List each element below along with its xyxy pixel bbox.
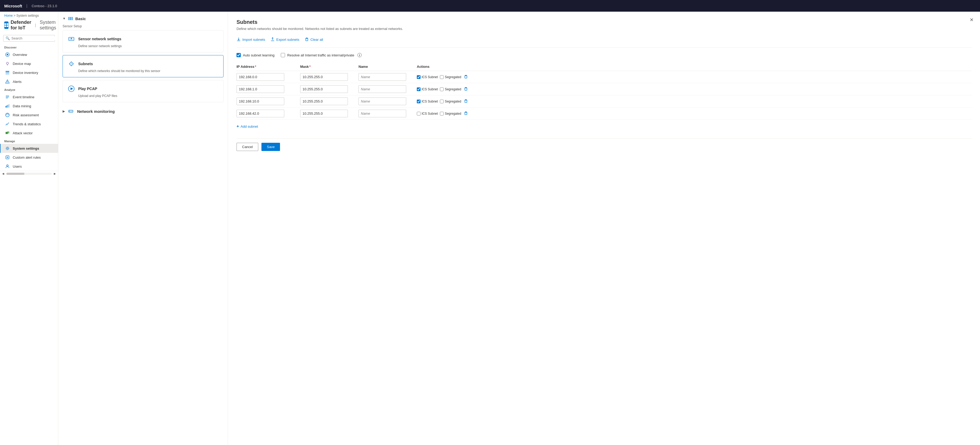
basic-section-header[interactable]: ▼ Basic xyxy=(62,16,224,21)
sidebar-label-device-map: Device map xyxy=(13,62,31,66)
svg-rect-9 xyxy=(6,72,9,73)
save-button[interactable]: Save xyxy=(261,143,280,151)
svg-rect-3 xyxy=(6,25,8,27)
sidebar-label-event-timeline: Event timeline xyxy=(13,95,35,99)
export-subnets-label: Export subnets xyxy=(276,38,299,41)
export-subnets-button[interactable]: Export subnets xyxy=(270,36,299,43)
auto-subnet-learning-checkbox[interactable] xyxy=(237,53,241,57)
sidebar-item-system-settings[interactable]: System settings xyxy=(0,144,58,153)
svg-point-20 xyxy=(6,113,9,117)
search-input[interactable] xyxy=(11,36,56,40)
sidebar-item-device-map[interactable]: Device map xyxy=(0,59,58,68)
ics-subnet-checkbox-1[interactable] xyxy=(417,87,420,91)
clear-all-button[interactable]: Clear all xyxy=(305,36,323,43)
subnets-icon xyxy=(67,60,76,68)
sidebar-label-attack-vector: Attack vector xyxy=(13,131,33,135)
cancel-button[interactable]: Cancel xyxy=(237,143,258,151)
delete-button-2[interactable] xyxy=(463,98,469,105)
auto-subnet-learning-label[interactable]: Auto subnet learning xyxy=(237,53,274,57)
sensor-network-card[interactable]: Sensor network settings Define sensor ne… xyxy=(62,30,224,52)
ics-subnet-label-3[interactable]: ICS Subnet xyxy=(417,112,438,116)
mask-input-1[interactable] xyxy=(300,85,348,93)
resolve-internet-info-icon[interactable]: ℹ xyxy=(358,53,362,57)
subnets-card[interactable]: Subnets Define which networks should be … xyxy=(62,55,224,78)
ip-input-3[interactable] xyxy=(237,110,284,117)
panel-description: Define which networks should be monitore… xyxy=(237,27,972,31)
add-subnet-plus-icon: + xyxy=(237,124,239,129)
name-input-2[interactable] xyxy=(358,98,406,105)
name-input-3[interactable] xyxy=(358,110,406,117)
segregated-checkbox-0[interactable] xyxy=(440,75,444,79)
sidebar-item-attack-vector[interactable]: Attack vector xyxy=(0,128,58,138)
scroll-right-arrow[interactable]: ▶ xyxy=(54,172,56,175)
sidebar-item-users[interactable]: Users xyxy=(0,162,58,171)
sidebar-item-event-timeline[interactable]: Event timeline xyxy=(0,92,58,101)
ics-subnet-checkbox-0[interactable] xyxy=(417,75,420,79)
mask-input-0[interactable] xyxy=(300,73,348,81)
ip-cell-1 xyxy=(237,85,300,93)
breadcrumb-home[interactable]: Home xyxy=(4,14,13,17)
brand-name: Microsoft xyxy=(4,4,22,8)
auto-subnet-learning-text: Auto subnet learning xyxy=(243,53,274,57)
ics-subnet-label-0[interactable]: ICS Subnet xyxy=(417,75,438,79)
delete-button-1[interactable] xyxy=(463,86,469,92)
subnets-card-header: Subnets xyxy=(67,60,219,68)
segregated-label-0[interactable]: Segregated xyxy=(440,75,461,79)
panel-title: Subnets xyxy=(237,19,972,25)
sidebar: Home > System settings Defender for IoT … xyxy=(0,12,58,445)
horizontal-scroll-bar[interactable]: ◀ ▶ xyxy=(0,171,58,176)
network-monitoring-header[interactable]: ▶ Network monitoring xyxy=(62,106,224,116)
sensor-network-card-header: Sensor network settings xyxy=(67,35,219,43)
delete-button-0[interactable] xyxy=(463,74,469,80)
ics-subnet-checkbox-2[interactable] xyxy=(417,100,420,103)
sidebar-item-trends-statistics[interactable]: Trends & statistics xyxy=(0,119,58,128)
ics-subnet-label-2[interactable]: ICS Subnet xyxy=(417,100,438,103)
event-timeline-icon xyxy=(5,94,10,100)
sidebar-label-overview: Overview xyxy=(13,53,27,57)
segregated-label-1[interactable]: Segregated xyxy=(440,87,461,91)
sidebar-item-custom-alert-rules[interactable]: Custom alert rules xyxy=(0,153,58,162)
resolve-internet-label[interactable]: Resolve all Internet traffic as internal… xyxy=(281,53,362,57)
sidebar-item-alerts[interactable]: Alerts xyxy=(0,77,58,86)
ip-input-2[interactable] xyxy=(237,98,284,105)
svg-point-12 xyxy=(7,82,8,83)
play-pcap-card-header: Play PCAP xyxy=(67,84,219,93)
mask-cell-1 xyxy=(300,85,358,93)
segregated-checkbox-3[interactable] xyxy=(440,112,444,116)
device-inventory-icon xyxy=(5,70,10,75)
import-subnets-button[interactable]: Import subnets xyxy=(237,36,265,43)
add-subnet-button[interactable]: + Add subnet xyxy=(237,123,258,130)
sidebar-item-overview[interactable]: Overview xyxy=(0,50,58,59)
ics-subnet-text-0: ICS Subnet xyxy=(422,75,438,79)
close-button[interactable]: ✕ xyxy=(970,17,974,23)
svg-rect-10 xyxy=(6,74,9,74)
name-input-1[interactable] xyxy=(358,85,406,93)
segregated-text-2: Segregated xyxy=(445,100,461,103)
play-pcap-card[interactable]: Play PCAP Upload and play PCAP files xyxy=(62,80,224,102)
sidebar-item-data-mining[interactable]: Data mining xyxy=(0,101,58,111)
mask-input-3[interactable] xyxy=(300,110,348,117)
mask-input-2[interactable] xyxy=(300,98,348,105)
network-monitoring-icon xyxy=(68,109,73,114)
ip-input-0[interactable] xyxy=(237,73,284,81)
delete-button-3[interactable] xyxy=(463,111,469,117)
svg-rect-28 xyxy=(68,17,70,20)
table-row: ICS Subnet Segregated xyxy=(237,108,972,120)
ip-input-1[interactable] xyxy=(237,85,284,93)
resolve-internet-checkbox[interactable] xyxy=(281,53,285,57)
ics-subnet-label-1[interactable]: ICS Subnet xyxy=(417,87,438,91)
segregated-checkbox-2[interactable] xyxy=(440,100,444,103)
segregated-label-2[interactable]: Segregated xyxy=(440,100,461,103)
ics-subnet-checkbox-3[interactable] xyxy=(417,112,420,116)
name-input-0[interactable] xyxy=(358,73,406,81)
sidebar-item-risk-assessment[interactable]: Risk assessment xyxy=(0,111,58,119)
scroll-left-arrow[interactable]: ◀ xyxy=(2,172,4,175)
segregated-checkbox-1[interactable] xyxy=(440,87,444,91)
segregated-label-3[interactable]: Segregated xyxy=(440,112,461,116)
mask-cell-2 xyxy=(300,98,358,105)
attack-vector-icon xyxy=(5,130,10,136)
sensor-setup-label: Sensor Setup xyxy=(62,24,224,28)
sidebar-item-device-inventory[interactable]: Device inventory xyxy=(0,68,58,77)
search-box[interactable]: 🔍 xyxy=(3,35,55,41)
instance-label: Contoso - 23.1.0 xyxy=(32,4,57,8)
